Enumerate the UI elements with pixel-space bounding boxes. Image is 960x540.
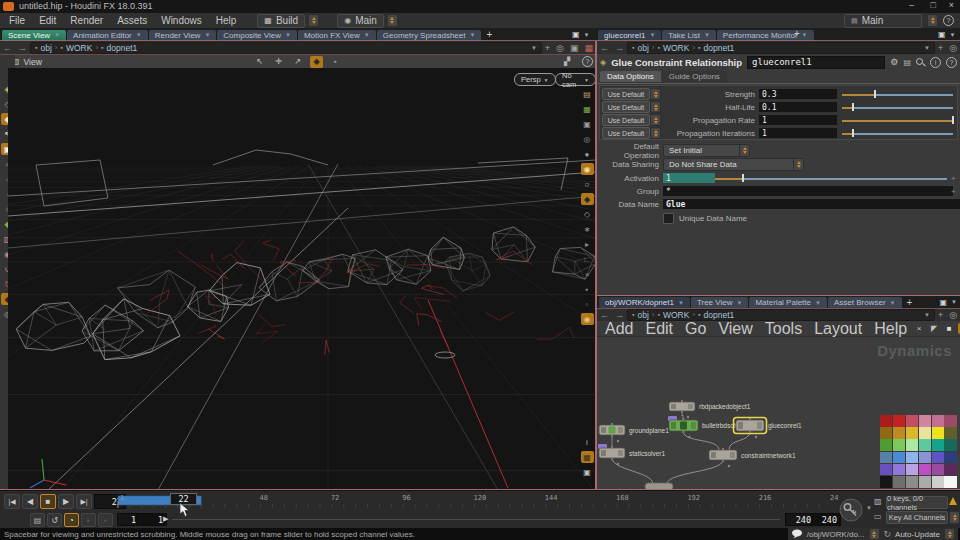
keys-summary-button[interactable]: 0 keys, 0/0 channels <box>886 496 948 509</box>
viewport-path-field[interactable]: ▪obj›▪WORK›▪dopnet1 ▼ <box>30 42 542 54</box>
slider-handle[interactable] <box>952 116 954 124</box>
palette-swatch[interactable] <box>932 427 944 439</box>
edit-mode-icon[interactable]: ↗ <box>291 56 304 68</box>
tab-obj-work-dopnet1[interactable]: obj/WORK/dopnet1▼ <box>599 297 690 308</box>
build-shelf-spinner[interactable] <box>308 14 319 27</box>
menu-render[interactable]: Render <box>63 15 110 26</box>
node-shape-icon[interactable]: ■ <box>943 323 955 334</box>
use-default-spinner[interactable] <box>650 114 661 126</box>
palette-swatch[interactable] <box>906 415 918 427</box>
maximize-button[interactable]: □ <box>931 0 936 10</box>
help-icon[interactable]: ? <box>943 15 954 26</box>
key-all-spinner[interactable] <box>949 511 960 524</box>
palette-swatch[interactable] <box>893 427 905 439</box>
palette-swatch[interactable] <box>880 476 892 488</box>
scoped-channels-icon[interactable]: ▭ <box>874 512 882 521</box>
tab-render-view[interactable]: Render View▼ <box>149 30 217 41</box>
tab-arrow-icon[interactable]: ▼ <box>890 300 896 306</box>
loop-icon[interactable]: ↺ <box>47 513 62 527</box>
use-default-button[interactable]: Use Default <box>602 101 650 113</box>
network-pane-max-icon[interactable]: ▣ <box>939 298 947 307</box>
snap-mode-icon[interactable]: ◆ <box>310 56 323 68</box>
param-value-field[interactable]: 1 <box>759 128 837 138</box>
tab-arrow-icon[interactable]: ▼ <box>285 32 291 38</box>
camera-icon[interactable]: ◎ <box>581 133 594 145</box>
breadcrumb-obj[interactable]: obj <box>637 43 648 53</box>
default-operation-spinner[interactable] <box>739 144 750 157</box>
palette-swatch[interactable] <box>893 464 905 476</box>
use-default-button[interactable]: Use Default <box>602 88 650 100</box>
data-name-field[interactable]: Glue <box>663 199 960 209</box>
palette-swatch[interactable] <box>893 439 905 451</box>
desktop-spinner[interactable] <box>927 14 938 27</box>
params-pin-icon[interactable]: + <box>935 43 946 53</box>
group-display-icon[interactable]: ▪ <box>581 283 594 295</box>
viewport-canvas[interactable]: Persp▼ No cam▼ ▤▦▣◎●◉○◆◇∗▸∟×▪▫◉ i▦▣ <box>8 68 596 490</box>
dot-mode-icon[interactable]: ▪ <box>329 56 342 68</box>
close-button[interactable]: × <box>949 0 954 10</box>
breadcrumb-work[interactable]: WORK <box>663 43 689 53</box>
pane-menu-arrow-right[interactable]: ▼ <box>950 32 956 38</box>
shading-icon[interactable]: ◆ <box>581 193 594 205</box>
network-back-icon[interactable]: ← <box>597 310 612 320</box>
tab-asset-browser[interactable]: Asset Browser▼ <box>828 297 902 308</box>
light-display-icon[interactable]: ◉ <box>581 313 594 325</box>
tab-arrow-icon[interactable]: ▼ <box>469 32 475 38</box>
network-menu-view[interactable]: View <box>712 320 758 338</box>
tab-motion-fx-view[interactable]: Motion FX View▼ <box>298 30 376 41</box>
param-value-field[interactable]: 0.3 <box>759 89 837 99</box>
network-pane-menu-icon[interactable]: ▼ <box>951 299 957 305</box>
slider-handle[interactable] <box>874 90 876 98</box>
palette-swatch[interactable] <box>880 415 892 427</box>
palette-swatch[interactable] <box>906 452 918 464</box>
breadcrumb-obj[interactable]: obj <box>40 43 51 53</box>
snapshot-icon[interactable]: ▣ <box>581 466 594 478</box>
select-mode-icon[interactable]: ↖ <box>253 56 266 68</box>
breadcrumb-dopnet1[interactable]: dopnet1 <box>704 43 735 53</box>
pane-menu-arrow-icon[interactable]: ▼ <box>584 32 590 38</box>
tab-arrow-icon[interactable]: ▼ <box>815 300 821 306</box>
network-pin-icon[interactable]: + <box>935 310 946 320</box>
network-path-dropdown[interactable]: ▼ <box>924 312 930 318</box>
pane-link-color-icon[interactable]: ▦ <box>581 43 596 53</box>
spot-icon[interactable]: ● <box>581 148 594 160</box>
palette-swatch[interactable] <box>919 452 931 464</box>
tab-arrow-icon[interactable]: ▼ <box>678 300 684 306</box>
realtime-clock-icon[interactable]: ◔ <box>64 513 79 527</box>
headlight-icon[interactable]: ◉ <box>581 163 594 175</box>
group-field[interactable]: * <box>663 186 953 196</box>
breadcrumb-work[interactable]: WORK <box>66 43 92 53</box>
palette-swatch[interactable] <box>944 452 956 464</box>
palette-swatch[interactable] <box>893 415 905 427</box>
palette-swatch[interactable] <box>919 427 931 439</box>
tab-arrow-icon[interactable]: ▼ <box>649 32 655 38</box>
lock-view-icon[interactable]: ▣ <box>581 118 594 130</box>
node-name-field[interactable]: glueconrel1 <box>747 56 885 69</box>
param-slider[interactable] <box>842 89 953 99</box>
palette-swatch[interactable] <box>919 439 931 451</box>
pane-divider-network-top[interactable] <box>597 295 960 296</box>
palette-swatch[interactable] <box>906 476 918 488</box>
palette-swatch[interactable] <box>880 427 892 439</box>
breadcrumb-dopnet1[interactable]: dopnet1 <box>704 310 735 320</box>
menu-help[interactable]: Help <box>209 15 244 26</box>
palette-swatch[interactable] <box>932 415 944 427</box>
param-slider[interactable] <box>842 102 953 112</box>
palette-swatch[interactable] <box>919 476 931 488</box>
param-value-field[interactable]: 0.1 <box>759 102 837 112</box>
network-menu-go[interactable]: Go <box>679 320 712 338</box>
network-menu-help[interactable]: Help <box>868 320 913 338</box>
presets-icon[interactable]: ▤ <box>903 58 911 67</box>
pin-path-icon[interactable]: + <box>542 43 553 53</box>
tab-tree-view[interactable]: Tree View▼ <box>691 297 749 308</box>
search-icon[interactable] <box>916 58 925 67</box>
params-back-icon[interactable]: ← <box>597 43 612 53</box>
palette-swatch[interactable] <box>906 464 918 476</box>
main-shelf-button[interactable]: ◉ Main <box>337 14 384 28</box>
network-node-staticsolver1[interactable]: staticsolver1 <box>598 444 666 465</box>
visualizer-icon[interactable]: ▫ <box>581 298 594 310</box>
tab-guide-options[interactable]: Guide Options <box>662 71 727 82</box>
add-tab-button-right[interactable]: + <box>790 28 804 39</box>
key-menu-arrow[interactable]: ▼ <box>866 505 872 511</box>
display-options-icon[interactable]: ▤ <box>581 88 594 100</box>
